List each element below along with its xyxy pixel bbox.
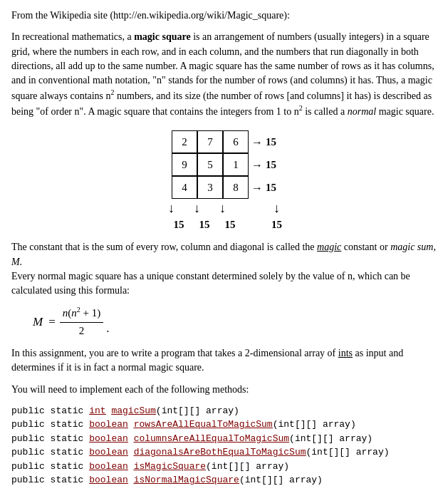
arrows-row: ↓ ↓ ↓ ↓ (159, 199, 290, 217)
code-line-1: public static int magicSum(int[][] array… (11, 404, 437, 418)
cell-1-0: 9 (172, 153, 197, 176)
code-line-5: public static boolean isMagicSquare(int[… (11, 460, 437, 474)
formula-M: M (33, 314, 43, 331)
col-sum-2: 15 (217, 217, 243, 233)
formula-block: M = n(n2 + 1) 2 . (33, 305, 437, 339)
magic-square-container: 2 7 6 → 15 9 5 1 → 15 4 3 8 → 15 ↓ ↓ ↓ (11, 130, 437, 233)
cell-1-2: 1 (223, 153, 249, 176)
code-line-4: public static boolean diagonalsAreBothEq… (11, 445, 437, 460)
fraction: n(n2 + 1) 2 (60, 305, 103, 339)
col-sum-3: 15 (271, 217, 282, 233)
row-arrow-2: → (251, 157, 263, 173)
cell-2-1: 3 (197, 176, 223, 199)
cell-0-0: 2 (172, 130, 197, 153)
arrow-down-0: ↓ (159, 199, 184, 217)
arrow-down-2: ↓ (210, 199, 236, 217)
code-line-3: public static boolean columnsAreAllEqual… (11, 432, 437, 446)
magic-sum-italic: magic sum, M. (11, 242, 436, 267)
cell-0-2: 6 (223, 130, 249, 153)
cell-1-1: 5 (197, 153, 223, 176)
grid-row-3: 4 3 8 → 15 (172, 176, 276, 199)
code-line-2: public static boolean rowsAreAllEqualToM… (11, 418, 437, 432)
formula-dot: . (106, 320, 109, 338)
col-sums-row: 15 15 15 15 (166, 217, 282, 233)
code-section: public static int magicSum(int[][] array… (11, 404, 437, 486)
intro-line: From the Wikipedia site (http://en.wikip… (11, 9, 437, 23)
fraction-denominator: 2 (76, 323, 88, 339)
row-sum-1: 15 (266, 135, 276, 150)
row-sum-3: 15 (266, 180, 276, 196)
row-arrow-1: → (251, 134, 263, 150)
cell-0-1: 7 (197, 130, 223, 153)
col-sum-0: 15 (166, 217, 192, 233)
bold-magic-square: magic square (134, 31, 190, 42)
fraction-numerator: n(n2 + 1) (60, 305, 103, 323)
para1: In recreational mathematics, a magic squ… (11, 30, 437, 119)
row-sum-2: 15 (266, 157, 276, 173)
col-sum-1: 15 (192, 217, 217, 233)
cell-2-2: 8 (223, 176, 249, 199)
normal-italic: normal (348, 106, 376, 117)
para2: The constant that is the sum of every ro… (11, 240, 437, 298)
grid-and-arrows: 2 7 6 → 15 9 5 1 → 15 4 3 8 → 15 ↓ ↓ ↓ (159, 130, 290, 233)
arrow-down-spacer (236, 199, 261, 217)
code-line-6: public static boolean isNormalMagicSquar… (11, 473, 437, 486)
arrow-down-3: ↓ (264, 199, 290, 217)
grid-row-2: 9 5 1 → 15 (172, 153, 276, 176)
grid-row-1: 2 7 6 → 15 (172, 130, 276, 153)
formula-eq: = (48, 314, 56, 331)
para3: In this assignment, you are to write a p… (11, 346, 437, 376)
row-arrow-3: → (251, 180, 263, 196)
cell-2-0: 4 (172, 176, 197, 199)
magic-link: magic (317, 242, 341, 252)
para4: You will need to implement each of the f… (11, 383, 437, 397)
arrow-down-1: ↓ (184, 199, 210, 217)
